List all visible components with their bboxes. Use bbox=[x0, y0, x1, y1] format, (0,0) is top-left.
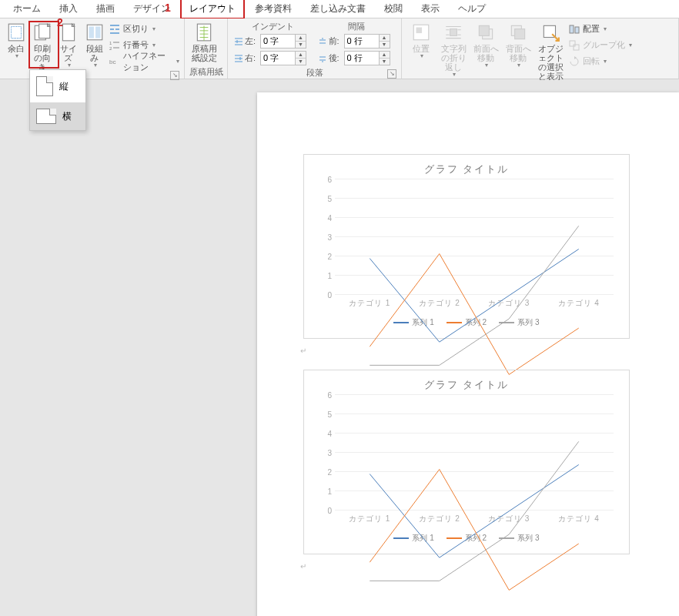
tab-mailings[interactable]: 差し込み文書 bbox=[302, 0, 374, 18]
tab-references[interactable]: 参考資料 bbox=[246, 0, 300, 18]
breaks-button[interactable]: 区切り bbox=[107, 21, 181, 37]
wrap-text-icon bbox=[443, 22, 463, 42]
svg-rect-14 bbox=[450, 29, 457, 36]
tab-view[interactable]: 表示 bbox=[413, 0, 448, 18]
orientation-landscape[interactable]: 横 bbox=[30, 102, 85, 130]
orientation-label: 印刷の向き bbox=[30, 44, 55, 72]
indent-left-spinner[interactable]: ▲▼ bbox=[296, 34, 306, 49]
rotate-icon bbox=[568, 55, 580, 68]
y-tick: 3 bbox=[327, 233, 332, 242]
indent-right-input[interactable] bbox=[260, 51, 296, 65]
y-tick: 0 bbox=[327, 507, 332, 515]
selection-pane-button[interactable]: オブジェクトの選択と表示 bbox=[534, 21, 567, 82]
svg-rect-13 bbox=[416, 28, 423, 34]
indent-left-label: 左: bbox=[234, 35, 260, 47]
tab-draw[interactable]: 描画 bbox=[88, 0, 123, 18]
manuscript-button[interactable]: 原稿用紙設定 bbox=[188, 21, 220, 64]
group-objects-label: グループ化 bbox=[583, 39, 625, 51]
spacing-before-input[interactable] bbox=[344, 34, 380, 49]
paragraph-dialog-launcher[interactable]: ↘ bbox=[387, 69, 396, 79]
send-backward-button: 背面へ移動 bbox=[502, 21, 534, 71]
tab-layout[interactable]: レイアウト bbox=[180, 0, 245, 19]
svg-text:2: 2 bbox=[109, 46, 112, 51]
group-arrange: 位置 文字列の折り返し 前面へ移動 背面へ移動 オブジェクトの選択と表示 bbox=[402, 18, 679, 79]
svg-rect-20 bbox=[570, 25, 574, 33]
y-tick: 1 bbox=[327, 487, 332, 496]
spacing-before-spinner[interactable]: ▲▼ bbox=[380, 34, 390, 49]
columns-icon bbox=[85, 22, 105, 42]
chart-2[interactable]: グラフ タイトル0123456カテゴリ 1カテゴリ 2カテゴリ 3カテゴリ 4系… bbox=[303, 370, 630, 554]
y-tick: 3 bbox=[327, 449, 332, 457]
bring-forward-label: 前面へ移動 bbox=[470, 44, 501, 62]
margins-label: 余白 bbox=[8, 44, 25, 53]
indent-left-input[interactable] bbox=[260, 34, 296, 49]
group-label-paragraph: 段落 ↘ bbox=[231, 67, 398, 79]
hyphenation-icon: bc bbox=[109, 55, 121, 68]
ribbon: 余白 印刷の向き サイズ 段組み 区切り 12 行 bbox=[0, 18, 679, 79]
breaks-icon bbox=[109, 23, 121, 35]
svg-rect-21 bbox=[575, 27, 579, 33]
position-button: 位置 bbox=[405, 21, 437, 62]
tab-home[interactable]: ホーム bbox=[5, 0, 49, 18]
manuscript-label: 原稿用紙設定 bbox=[189, 44, 219, 62]
breaks-label: 区切り bbox=[123, 23, 149, 35]
spacing-after-input[interactable] bbox=[344, 51, 380, 65]
annotation-2: 2 bbox=[57, 16, 63, 28]
tab-review[interactable]: 校閲 bbox=[376, 0, 411, 18]
y-tick: 2 bbox=[327, 468, 332, 477]
svg-rect-7 bbox=[95, 26, 100, 38]
send-backward-label: 背面へ移動 bbox=[503, 44, 534, 62]
y-tick: 2 bbox=[327, 253, 332, 261]
y-tick: 6 bbox=[327, 176, 332, 184]
margins-button[interactable]: 余白 bbox=[3, 21, 29, 62]
group-manuscript: 原稿用紙設定 原稿用紙 bbox=[185, 18, 228, 79]
rotate-label: 回転 bbox=[583, 55, 600, 67]
indent-title: インデント bbox=[234, 21, 312, 33]
position-icon bbox=[411, 22, 431, 42]
spacing-after-spinner[interactable]: ▲▼ bbox=[380, 51, 390, 65]
spacing-after-icon bbox=[318, 54, 327, 63]
columns-button[interactable]: 段組み bbox=[82, 21, 108, 71]
chart-title: グラフ タイトル bbox=[304, 378, 629, 392]
y-tick: 0 bbox=[327, 291, 332, 300]
selection-pane-icon bbox=[540, 22, 560, 42]
y-tick: 5 bbox=[327, 195, 332, 203]
orientation-icon bbox=[32, 22, 52, 42]
svg-rect-6 bbox=[89, 26, 94, 38]
size-label: サイズ bbox=[56, 44, 81, 62]
position-label: 位置 bbox=[413, 44, 430, 53]
svg-text:1: 1 bbox=[109, 41, 112, 45]
bring-forward-icon bbox=[476, 22, 496, 42]
svg-rect-16 bbox=[479, 25, 489, 35]
group-objects-button: グループ化 bbox=[567, 37, 634, 53]
paragraph-mark: ↵ bbox=[300, 562, 306, 571]
orientation-dropdown: 縦 横 bbox=[29, 69, 86, 131]
chart-1[interactable]: グラフ タイトル0123456カテゴリ 1カテゴリ 2カテゴリ 3カテゴリ 4系… bbox=[303, 154, 630, 339]
orientation-portrait[interactable]: 縦 bbox=[30, 70, 85, 102]
y-tick: 1 bbox=[327, 272, 332, 280]
align-label: 配置 bbox=[583, 23, 600, 35]
align-button[interactable]: 配置 bbox=[567, 21, 634, 37]
paragraph-mark: ↵ bbox=[300, 346, 306, 355]
page-setup-dialog-launcher[interactable]: ↘ bbox=[170, 71, 179, 80]
group-objects-icon bbox=[568, 39, 580, 52]
svg-rect-18 bbox=[515, 29, 525, 39]
hyphenation-button[interactable]: bc ハイフネーション bbox=[107, 53, 181, 69]
y-tick: 6 bbox=[327, 391, 332, 400]
annotation-1: 1 bbox=[165, 2, 171, 14]
spacing-before-icon bbox=[318, 37, 327, 46]
landscape-icon bbox=[36, 109, 56, 124]
indent-right-spinner[interactable]: ▲▼ bbox=[296, 51, 306, 65]
align-icon bbox=[568, 23, 580, 35]
y-tick: 4 bbox=[327, 430, 332, 438]
tab-insert[interactable]: 挿入 bbox=[51, 0, 86, 18]
orientation-landscape-label: 横 bbox=[62, 110, 72, 123]
indent-right-label: 右: bbox=[234, 52, 260, 64]
document-area[interactable]: グラフ タイトル0123456カテゴリ 1カテゴリ 2カテゴリ 3カテゴリ 4系… bbox=[0, 80, 679, 616]
y-tick: 4 bbox=[327, 214, 332, 223]
page: グラフ タイトル0123456カテゴリ 1カテゴリ 2カテゴリ 3カテゴリ 4系… bbox=[257, 92, 679, 616]
ribbon-tabs: ホーム 挿入 描画 デザイン レイアウト 参考資料 差し込み文書 校閲 表示 ヘ… bbox=[0, 0, 679, 18]
tab-help[interactable]: ヘルプ bbox=[450, 0, 494, 18]
y-tick: 5 bbox=[327, 410, 332, 419]
bring-forward-button: 前面へ移動 bbox=[470, 21, 502, 71]
